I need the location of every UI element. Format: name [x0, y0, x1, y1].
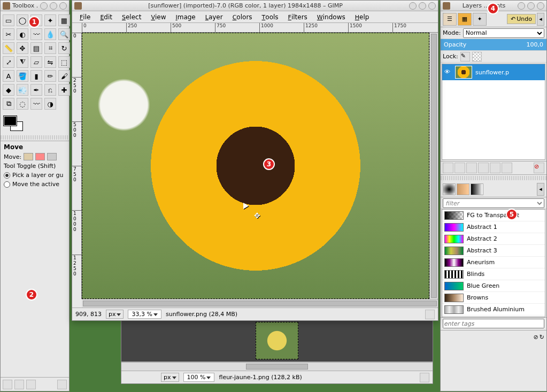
visibility-icon[interactable]: 👁 [444, 68, 452, 76]
maximize-button[interactable] [419, 2, 426, 10]
canvas-2[interactable] [121, 319, 433, 362]
delete-layer-button[interactable]: ⊘ [534, 163, 544, 173]
maximize-button[interactable] [527, 2, 535, 10]
layer-row[interactable]: 👁 sunflower.p [442, 64, 545, 80]
tool-ellipse-select[interactable]: ◯ [17, 14, 28, 26]
gradient-item[interactable]: Blue Green [442, 280, 545, 292]
opacity-slider[interactable]: Opacity 100,0 [441, 39, 546, 51]
menu-view[interactable]: View [147, 12, 170, 22]
tool-color-picker[interactable]: 💧 [44, 28, 56, 40]
tool-pencil[interactable]: ✏ [44, 70, 56, 82]
close-button[interactable] [537, 2, 544, 10]
layer-list[interactable]: 👁 sunflower.p [442, 64, 545, 160]
delete-gradient-button[interactable]: ⊘ [534, 334, 538, 341]
tool-dodge[interactable]: ◑ [44, 98, 56, 110]
tool-smudge[interactable]: 〰 [30, 98, 42, 110]
tool-perspective[interactable]: ▱ [30, 56, 42, 68]
minimize-button[interactable] [409, 2, 417, 10]
gradient-item[interactable]: Blinds [442, 268, 545, 280]
tool-heal[interactable]: ✚ [58, 84, 70, 96]
save-preset-button[interactable] [3, 380, 12, 389]
tab-brushes[interactable] [443, 183, 456, 195]
gradient-item[interactable]: FG to Transparent [442, 210, 545, 221]
gradient-item[interactable]: Abstract 2 [442, 233, 545, 245]
menu-select[interactable]: Select [118, 12, 145, 22]
gradient-item[interactable]: Brushed Aluminium [442, 304, 545, 316]
tool-blend[interactable]: ▮ [30, 70, 42, 82]
move-path-icon[interactable] [47, 153, 57, 160]
tool-paths[interactable]: 〰 [30, 28, 42, 40]
anchor-layer-button[interactable] [502, 163, 512, 173]
option-pick-layer[interactable]: Pick a layer or gu [4, 172, 66, 179]
dock-divider[interactable] [1, 135, 69, 140]
tool-eraser[interactable]: ◆ [3, 84, 14, 96]
tab-patterns[interactable] [457, 183, 469, 195]
move-layer-icon[interactable] [24, 153, 33, 160]
tool-text[interactable]: A [3, 70, 14, 82]
duplicate-layer-button[interactable] [490, 163, 500, 173]
tool-clone[interactable]: ⎌ [44, 84, 56, 96]
layer-name[interactable]: sunflower.p [475, 69, 509, 76]
minimize-button[interactable] [40, 2, 48, 10]
reset-button[interactable] [57, 380, 67, 389]
lower-layer-button[interactable] [478, 163, 489, 173]
tab-gradients[interactable] [471, 183, 483, 195]
gradient-item[interactable]: Abstract 1 [442, 221, 545, 233]
menu-edit[interactable]: Edit [96, 12, 117, 22]
navigation-button[interactable] [425, 310, 435, 319]
unit-selector[interactable]: px [106, 310, 124, 319]
scrollbar-thumb[interactable] [83, 301, 437, 306]
tool-scissors[interactable]: ✂ [3, 28, 14, 40]
tool-align[interactable]: ▤ [30, 42, 42, 54]
fg-bg-colors[interactable] [4, 116, 23, 131]
foreground-color[interactable] [4, 116, 17, 126]
tool-flip[interactable]: ⇋ [44, 56, 56, 68]
radio-pick-layer[interactable] [4, 172, 10, 179]
tool-measure[interactable]: 📏 [3, 42, 14, 54]
menu-filters[interactable]: Filters [284, 12, 312, 22]
menu-image[interactable]: Image [171, 12, 199, 22]
gradient-item[interactable]: Aneurism [442, 257, 545, 268]
tab-menu-button[interactable]: ◂ [537, 13, 544, 26]
tool-foreground-select[interactable]: ◐ [17, 28, 28, 40]
scrollbar-vertical[interactable] [429, 33, 438, 299]
image-content[interactable] [82, 33, 429, 299]
minimize-button[interactable] [518, 2, 525, 10]
layer-group-button[interactable] [454, 163, 465, 173]
tool-paintbrush[interactable]: 🖌 [58, 70, 70, 82]
menu-help[interactable]: Help [351, 12, 374, 22]
zoom-field[interactable]: 33,3 % [128, 310, 161, 319]
filter-input[interactable]: filter [443, 198, 544, 208]
tool-rotate[interactable]: ↻ [58, 42, 70, 54]
gradient-list[interactable]: FG to TransparentAbstract 1Abstract 2Abs… [442, 209, 545, 317]
refresh-button[interactable]: ↻ [540, 334, 544, 341]
image-content-2[interactable] [256, 322, 298, 359]
layer-thumbnail[interactable] [455, 66, 472, 79]
tool-blur[interactable]: ◌ [17, 98, 28, 110]
toolbox-titlebar[interactable]: Toolbox ... [1, 1, 69, 11]
tool-ink[interactable]: ✒ [30, 84, 42, 96]
mode-select[interactable]: Normal [463, 28, 544, 38]
ruler-vertical[interactable]: 025050075010001250 [72, 33, 82, 299]
radio-move-active[interactable] [4, 181, 10, 188]
scrollbar-horizontal[interactable] [82, 299, 438, 308]
menu-layer[interactable]: Layer [201, 12, 227, 22]
tool-color-select[interactable]: ▦ [58, 14, 70, 26]
menu-tools[interactable]: Tools [258, 12, 283, 22]
delete-preset-button[interactable] [26, 380, 36, 389]
scrollbar-thumb[interactable] [431, 34, 437, 298]
tab-paths[interactable]: ✦ [473, 13, 487, 26]
tab-channels[interactable]: ▦ [458, 13, 472, 26]
move-selection-icon[interactable] [35, 153, 45, 160]
tab-layers[interactable]: ☰ [443, 13, 457, 26]
tool-move[interactable]: ✥ [17, 42, 28, 54]
lock-alpha-icon[interactable] [472, 52, 482, 62]
undo-button[interactable]: ↶ Undo [507, 14, 536, 24]
scrollbar-horizontal[interactable] [121, 362, 433, 371]
image-titlebar[interactable]: [sunflower] (imported)-7.0 (RGB color, 1… [72, 1, 438, 11]
tool-rect-select[interactable]: ▭ [3, 14, 14, 26]
tool-fuzzy-select[interactable]: ✦ [44, 14, 56, 26]
tool-crop[interactable]: ⌗ [44, 42, 56, 54]
tool-shear[interactable]: ⧨ [17, 56, 28, 68]
maximize-button[interactable] [50, 2, 57, 10]
